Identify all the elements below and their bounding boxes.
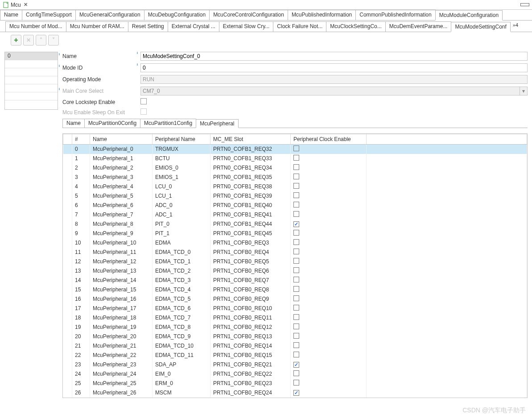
name-label: Name (62, 53, 140, 59)
sub-tab[interactable]: Mcu Number of RAM... (66, 21, 128, 32)
clock-enable-checkbox[interactable]: ✓ (293, 390, 299, 396)
mode-id-label: Mode ID (62, 65, 140, 71)
top-tab[interactable]: McuModuleConfiguration (435, 10, 503, 21)
title-bar: Mcu ✕ (0, 0, 532, 10)
mode-id-input[interactable] (140, 63, 528, 72)
more-tabs-button[interactable]: »4 (510, 21, 521, 32)
table-row[interactable]: 3McuPeripheral_3EMIOS_1PRTN0_COFB1_REQ35 (63, 173, 527, 182)
table-row[interactable]: 8McuPeripheral_8PIT_0PRTN0_COFB1_REQ44✓ (63, 220, 527, 229)
clock-enable-checkbox[interactable] (293, 342, 299, 348)
inner-tab[interactable]: McuPartition0Config (84, 119, 140, 128)
clock-enable-checkbox[interactable]: ✓ (293, 221, 299, 227)
sub-tab[interactable]: McuClockSettingCo... (326, 21, 385, 32)
table-row[interactable]: 7McuPeripheral_7ADC_1PRTN0_COFB1_REQ41 (63, 210, 527, 220)
table-row[interactable]: 16McuPeripheral_16EDMA_TCD_5PRTN1_COFB0_… (63, 295, 527, 304)
table-row[interactable]: 11McuPeripheral_11EDMA_TCD_0PRTN1_COFB0_… (63, 248, 527, 257)
table-row[interactable]: 2McuPeripheral_2EMIOS_0PRTN0_COFB1_REQ34 (63, 163, 527, 173)
clock-enable-checkbox[interactable] (293, 333, 299, 339)
table-row[interactable]: 0McuPeripheral_0TRGMUXPRTN0_COFB1_REQ32 (63, 145, 527, 154)
top-tab[interactable]: McuPublishedInformation (288, 10, 356, 20)
col-header-peripheral-name[interactable]: Peripheral Name (153, 134, 210, 145)
close-editor-icon[interactable]: ✕ (24, 2, 28, 8)
table-row[interactable]: 17McuPeripheral_17EDMA_TCD_6PRTN1_COFB0_… (63, 304, 527, 313)
table-row[interactable]: 1McuPeripheral_1BCTUPRTN0_COFB1_REQ33 (63, 154, 527, 163)
clock-enable-checkbox[interactable] (293, 352, 299, 357)
clock-enable-checkbox[interactable] (293, 183, 299, 189)
table-row[interactable]: 12McuPeripheral_12EDMA_TCD_1PRTN1_COFB0_… (63, 257, 527, 266)
clock-enable-checkbox[interactable] (293, 295, 299, 301)
table-row[interactable]: 19McuPeripheral_19EDMA_TCD_8PRTN1_COFB0_… (63, 323, 527, 332)
chevron-down-icon[interactable]: ▾ (520, 87, 528, 95)
top-tab[interactable]: Name (0, 10, 22, 20)
col-header-num[interactable]: # (72, 134, 90, 145)
add-button[interactable]: + (11, 35, 21, 46)
clock-enable-checkbox[interactable] (293, 380, 299, 386)
delete-button[interactable]: ✕ (23, 35, 34, 46)
top-tab[interactable]: McuGeneralConfiguration (75, 10, 144, 20)
clock-enable-checkbox[interactable] (293, 145, 299, 151)
clock-enable-checkbox[interactable] (293, 239, 299, 245)
table-row[interactable]: 14McuPeripheral_14EDMA_TCD_3PRTN1_COFB0_… (63, 276, 527, 285)
minimize-icon[interactable] (520, 3, 529, 6)
inner-tab[interactable]: McuPartition1Config (140, 119, 196, 128)
table-row[interactable]: 21McuPeripheral_21EDMA_TCD_10PRTN1_COFB0… (63, 341, 527, 351)
core-lockstep-checkbox[interactable] (140, 98, 147, 104)
table-row[interactable]: 6McuPeripheral_6ADC_0PRTN0_COFB1_REQ40 (63, 201, 527, 210)
col-header-pce[interactable]: Peripheral Clock Enable (291, 134, 367, 145)
table-row[interactable]: 9McuPeripheral_9PIT_1PRTN0_COFB1_REQ45 (63, 229, 527, 238)
main-core-label: Main Core Select (62, 88, 140, 94)
clock-enable-checkbox[interactable] (293, 267, 299, 273)
inner-tab[interactable]: Name (62, 119, 85, 128)
clock-enable-checkbox[interactable] (293, 314, 299, 320)
sub-tab[interactable]: External Slow Cry... (219, 21, 273, 32)
top-tab[interactable]: McuDebugConfiguration (144, 10, 210, 20)
top-tab[interactable]: ConfigTimeSupport (22, 10, 76, 20)
index-list[interactable]: 0 (4, 52, 58, 110)
sub-tab[interactable]: Clock Failure Not... (273, 21, 326, 32)
sub-tab[interactable]: Reset Setting (128, 21, 168, 32)
top-tab[interactable]: McuCoreControlConfiguration (209, 10, 288, 20)
table-row[interactable]: 15McuPeripheral_15EDMA_TCD_4PRTN1_COFB0_… (63, 285, 527, 295)
sub-tab[interactable]: External Crystal ... (168, 21, 219, 32)
sub-tab[interactable]: McuDemEventParame... (385, 21, 452, 32)
table-row[interactable]: 13McuPeripheral_13EDMA_TCD_2PRTN1_COFB0_… (63, 266, 527, 276)
clock-enable-checkbox[interactable] (293, 324, 299, 329)
table-row[interactable]: 22McuPeripheral_22EDMA_TCD_11PRTN1_COFB0… (63, 351, 527, 360)
file-icon (3, 2, 9, 8)
clock-enable-checkbox[interactable] (293, 249, 299, 254)
move-up-button[interactable]: ˄ (36, 35, 46, 46)
clock-enable-checkbox[interactable] (293, 164, 299, 170)
clock-enable-checkbox[interactable] (293, 305, 299, 311)
clock-enable-checkbox[interactable] (293, 370, 299, 376)
clock-enable-checkbox[interactable] (293, 230, 299, 236)
table-row[interactable]: 4McuPeripheral_4LCU_0PRTN0_COFB1_REQ38 (63, 182, 527, 191)
sub-tab[interactable]: Mcu Number of Mod... (5, 21, 66, 32)
table-row[interactable]: 25McuPeripheral_25ERM_0PRTN1_COFB0_REQ23 (63, 379, 527, 388)
clock-enable-checkbox[interactable] (293, 155, 299, 161)
table-row[interactable]: 23McuPeripheral_23SDA_APPRTN1_COFB0_REQ2… (63, 360, 527, 369)
clock-enable-checkbox[interactable] (293, 258, 299, 264)
table-row[interactable]: 10McuPeripheral_10EDMAPRTN1_COFB0_REQ3 (63, 238, 527, 248)
clock-enable-checkbox[interactable] (293, 211, 299, 217)
clock-enable-checkbox[interactable] (293, 202, 299, 207)
list-item[interactable]: 0 (5, 52, 58, 60)
clock-enable-checkbox[interactable] (293, 174, 299, 179)
table-row[interactable]: 20McuPeripheral_20EDMA_TCD_9PRTN1_COFB0_… (63, 332, 527, 341)
name-input[interactable] (140, 52, 528, 61)
clock-enable-checkbox[interactable]: ✓ (293, 362, 299, 368)
clock-enable-checkbox[interactable] (293, 286, 299, 292)
clock-enable-checkbox[interactable] (293, 192, 299, 198)
table-row[interactable]: 26McuPeripheral_26MSCMPRTN1_COFB0_REQ24✓ (63, 388, 527, 398)
col-header-name[interactable]: Name (90, 134, 153, 145)
sub-tab[interactable]: McuModeSettingConf (451, 22, 510, 32)
col-header-slot[interactable]: MC_ME Slot (210, 134, 291, 145)
table-row[interactable]: 24McuPeripheral_24EIM_0PRTN1_COFB0_REQ22 (63, 369, 527, 379)
table-row[interactable]: 18McuPeripheral_18EDMA_TCD_7PRTN1_COFB0_… (63, 313, 527, 323)
sub-tab-row: Mcu Number of Mod...Mcu Number of RAM...… (0, 21, 532, 32)
table-row[interactable]: 5McuPeripheral_5LCU_1PRTN0_COFB1_REQ39 (63, 191, 527, 201)
top-tab[interactable]: CommonPublishedInformation (355, 10, 435, 20)
col-header-blank[interactable] (63, 134, 72, 145)
move-down-button[interactable]: ˅ (48, 35, 59, 46)
inner-tab[interactable]: McuPeripheral (196, 119, 238, 128)
clock-enable-checkbox[interactable] (293, 277, 299, 282)
